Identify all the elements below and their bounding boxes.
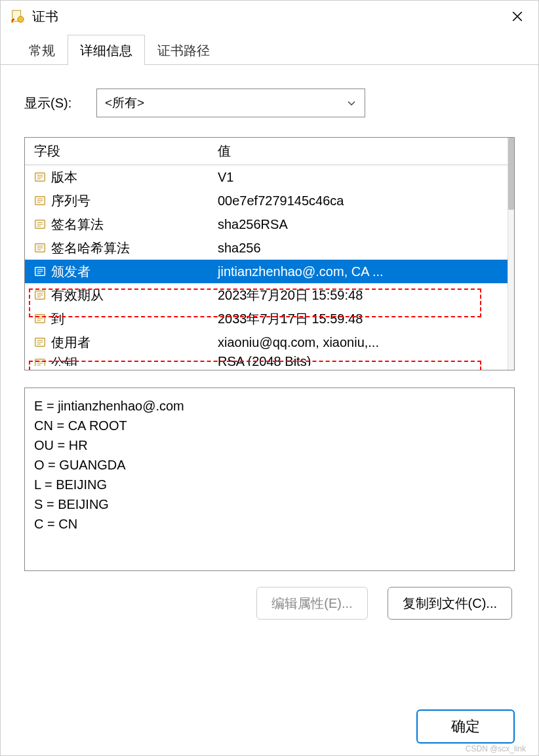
table-row[interactable]: 签名哈希算法sha256 xyxy=(25,236,508,260)
field-label: 版本 xyxy=(51,169,77,186)
list-header: 字段 值 xyxy=(25,138,508,165)
field-label: 有效期从 xyxy=(51,287,104,304)
svg-point-1 xyxy=(18,16,24,22)
tab-bar: 常规 详细信息 证书路径 xyxy=(1,32,538,65)
field-cell: 版本 xyxy=(25,169,215,186)
column-header-value[interactable]: 值 xyxy=(215,142,508,160)
scrollbar[interactable] xyxy=(508,138,514,370)
field-cell: 序列号 xyxy=(25,192,215,210)
field-label: 到 xyxy=(51,310,64,328)
tab-details[interactable]: 详细信息 xyxy=(68,35,145,65)
field-cell: 签名算法 xyxy=(25,216,215,233)
table-row[interactable]: 序列号00e7ef7279145c46ca xyxy=(25,189,508,212)
watermark: CSDN @scx_link xyxy=(466,744,526,753)
field-label: 签名哈希算法 xyxy=(51,239,130,257)
button-row: 编辑属性(E)... 复制到文件(C)... xyxy=(24,587,515,620)
field-cell: 公钥 xyxy=(25,354,215,366)
field-label: 签名算法 xyxy=(51,216,104,233)
list-body: 版本V1序列号00e7ef7279145c46ca签名算法sha256RSA签名… xyxy=(25,165,508,366)
column-header-field[interactable]: 字段 xyxy=(25,142,215,160)
dialog-footer: 确定 xyxy=(1,696,538,755)
table-row[interactable]: 颁发者jintianzhenhao@.com, CA ... xyxy=(25,260,508,283)
field-cell: 有效期从 xyxy=(25,287,215,304)
field-icon xyxy=(34,289,46,301)
show-filter-row: 显示(S): <所有> xyxy=(24,89,515,117)
field-icon xyxy=(34,195,46,207)
table-row[interactable]: 到2033年7月17日 15:59:48 xyxy=(25,307,508,330)
field-label: 公钥 xyxy=(51,354,77,366)
field-icon xyxy=(34,242,46,254)
value-cell: V1 xyxy=(215,170,508,185)
tab-content: 显示(S): <所有> 字段 值 版本V1序列号00e7ef7279145c46… xyxy=(1,65,538,696)
table-row[interactable]: 签名算法sha256RSA xyxy=(25,212,508,236)
show-label: 显示(S): xyxy=(24,94,96,112)
table-row[interactable]: 版本V1 xyxy=(25,165,508,189)
value-cell: sha256RSA xyxy=(215,217,508,232)
window-title: 证书 xyxy=(32,8,506,26)
value-cell: 00e7ef7279145c46ca xyxy=(215,193,508,209)
field-label: 序列号 xyxy=(51,192,90,210)
value-cell: 2033年7月17日 15:59:48 xyxy=(215,310,508,328)
field-label: 颁发者 xyxy=(51,263,90,281)
value-cell: jintianzhenhao@.com, CA ... xyxy=(215,264,508,279)
close-button[interactable] xyxy=(506,5,529,28)
certificate-icon xyxy=(10,9,26,24)
ok-button[interactable]: 确定 xyxy=(416,709,515,744)
certificate-dialog: 证书 常规 详细信息 证书路径 显示(S): <所有> 字段 值 xyxy=(0,0,539,756)
field-icon xyxy=(34,336,46,348)
titlebar: 证书 xyxy=(1,1,538,32)
value-cell: RSA (2048 Bits) xyxy=(215,354,508,366)
field-icon xyxy=(34,218,46,230)
field-list: 字段 值 版本V1序列号00e7ef7279145c46ca签名算法sha256… xyxy=(24,137,515,370)
show-dropdown-value: <所有> xyxy=(105,94,144,111)
table-row[interactable]: 有效期从2023年7月20日 15:59:48 xyxy=(25,283,508,307)
edit-properties-button: 编辑属性(E)... xyxy=(256,587,367,620)
field-icon xyxy=(34,171,46,183)
scrollbar-thumb[interactable] xyxy=(508,138,514,210)
value-cell: xiaoniu@qq.com, xiaoniu,... xyxy=(215,335,508,350)
field-icon xyxy=(34,266,46,277)
field-icon xyxy=(34,357,46,367)
copy-to-file-button[interactable]: 复制到文件(C)... xyxy=(388,587,512,620)
value-cell: 2023年7月20日 15:59:48 xyxy=(215,287,508,304)
field-cell: 颁发者 xyxy=(25,263,215,281)
field-cell: 使用者 xyxy=(25,334,215,351)
table-row[interactable]: 公钥RSA (2048 Bits) xyxy=(25,354,508,366)
field-icon xyxy=(34,313,46,325)
field-label: 使用者 xyxy=(51,334,90,351)
field-cell: 签名哈希算法 xyxy=(25,239,215,257)
chevron-down-icon xyxy=(346,98,357,108)
value-cell: sha256 xyxy=(215,241,508,256)
tab-general[interactable]: 常规 xyxy=(16,35,68,65)
show-dropdown[interactable]: <所有> xyxy=(96,89,365,117)
tab-cert-path[interactable]: 证书路径 xyxy=(145,35,222,65)
field-cell: 到 xyxy=(25,310,215,328)
table-row[interactable]: 使用者xiaoniu@qq.com, xiaoniu,... xyxy=(25,330,508,354)
detail-textarea[interactable]: E = jintianzhenhao@.com CN = CA ROOT OU … xyxy=(24,388,515,571)
